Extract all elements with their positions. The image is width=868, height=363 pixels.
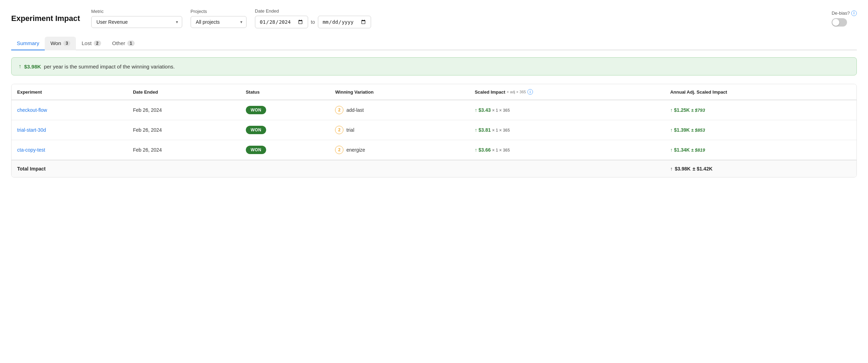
annual-impact-2: ↑ $1.39K ± $853 <box>670 127 705 133</box>
date-from-input[interactable] <box>255 16 308 28</box>
tab-won-label: Won <box>50 40 61 46</box>
scaled-impact-1: ↑ $3.43 × 1 × 365 <box>475 107 510 113</box>
table-row: cta-copy-test Feb 26, 2024 WON 2 energiz… <box>12 140 856 160</box>
tab-lost-label: Lost <box>81 40 91 46</box>
total-impact-value: ↑ $3.98K ± $1.42K <box>670 166 851 172</box>
tab-won[interactable]: Won 3 <box>45 37 76 50</box>
tab-other-badge: 1 <box>127 41 135 46</box>
date-ended-2: Feb 26, 2024 <box>127 120 240 140</box>
variation-name-3: energize <box>346 147 365 153</box>
metric-group: Metric User Revenue Conversion Rate Reve… <box>91 9 182 28</box>
page-title: Experiment Impact <box>11 14 80 23</box>
col-experiment: Experiment <box>12 84 127 100</box>
total-pm: ± $1.42K <box>693 166 713 172</box>
tab-lost[interactable]: Lost 2 <box>76 37 106 50</box>
experiment-link-2[interactable]: trial-start-30d <box>17 127 46 133</box>
variation-num-3: 2 <box>335 146 343 154</box>
experiment-link-1[interactable]: checkout-flow <box>17 107 47 113</box>
date-ended-group: Date Ended to <box>255 8 371 28</box>
tab-summary-label: Summary <box>17 40 39 46</box>
col-annual-impact: Annual Adj. Scaled Impact <box>664 84 856 100</box>
annual-impact-3: ↑ $1.34K ± $819 <box>670 147 705 153</box>
date-ended-1: Feb 26, 2024 <box>127 100 240 120</box>
projects-label: Projects <box>191 9 247 14</box>
tab-other-label: Other <box>112 40 126 46</box>
variation-cell-2: 2 trial <box>335 126 463 134</box>
date-to-input[interactable] <box>318 16 371 28</box>
col-winning-variation: Winning Variation <box>329 84 469 100</box>
projects-select[interactable]: All projects <box>191 16 247 28</box>
tab-lost-badge: 2 <box>94 41 101 46</box>
debias-info-icon[interactable]: i <box>851 10 857 16</box>
tab-won-badge: 3 <box>63 41 71 46</box>
total-amount: $3.98K <box>675 166 690 172</box>
variation-name-2: trial <box>346 127 354 133</box>
total-row: Total Impact ↑ $3.98K ± $1.42K <box>12 160 856 177</box>
variation-cell-1: 2 add-last <box>335 106 463 114</box>
status-badge-3: WON <box>246 146 266 154</box>
banner-arrow-icon: ↑ <box>19 63 21 70</box>
tab-summary[interactable]: Summary <box>11 37 45 50</box>
tab-other[interactable]: Other 1 <box>107 37 140 50</box>
total-label: Total Impact <box>12 160 127 177</box>
tab-bar: Summary Won 3 Lost 2 Other 1 <box>11 37 857 50</box>
col-status: Status <box>240 84 330 100</box>
projects-group: Projects All projects ▾ <box>191 9 247 28</box>
metric-label: Metric <box>91 9 182 14</box>
annual-impact-1: ↑ $1.25K ± $793 <box>670 107 705 113</box>
scaled-impact-info-icon[interactable]: i <box>527 89 533 95</box>
status-badge-2: WON <box>246 126 266 134</box>
variation-cell-3: 2 energize <box>335 146 463 154</box>
impact-banner: ↑ $3.98K per year is the summed impact o… <box>11 57 857 75</box>
metric-select[interactable]: User Revenue Conversion Rate Revenue per… <box>91 16 182 28</box>
date-ended-label: Date Ended <box>255 8 371 14</box>
scaled-impact-2: ↑ $3.81 × 1 × 365 <box>475 127 510 133</box>
total-arrow-icon: ↑ <box>670 166 673 172</box>
experiments-table: Experiment Date Ended Status Winning Var… <box>11 84 857 177</box>
date-separator: to <box>311 19 315 25</box>
banner-text: per year is the summed impact of the win… <box>44 64 175 70</box>
date-ended-3: Feb 26, 2024 <box>127 140 240 160</box>
status-badge-1: WON <box>246 106 266 114</box>
debias-group: De-bias? i <box>832 10 857 27</box>
variation-num-1: 2 <box>335 106 343 114</box>
scaled-impact-3: ↑ $3.66 × 1 × 365 <box>475 147 510 153</box>
experiment-link-3[interactable]: cta-copy-test <box>17 147 45 153</box>
table-row: trial-start-30d Feb 26, 2024 WON 2 trial <box>12 120 856 140</box>
toggle-knob <box>832 19 839 26</box>
variation-name-1: add-last <box>346 107 364 113</box>
col-scaled-impact: Scaled Impact × adj × 365 i <box>469 84 664 100</box>
variation-num-2: 2 <box>335 126 343 134</box>
table-row: checkout-flow Feb 26, 2024 WON 2 add-las… <box>12 100 856 120</box>
banner-amount: $3.98K <box>24 64 41 70</box>
col-date-ended: Date Ended <box>127 84 240 100</box>
debias-toggle[interactable] <box>832 18 847 27</box>
debias-label: De-bias? <box>832 10 850 16</box>
